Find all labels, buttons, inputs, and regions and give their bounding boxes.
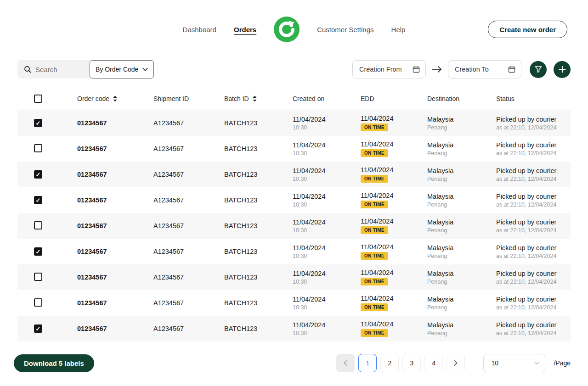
pagination-page-3[interactable]: 3: [402, 354, 421, 372]
status-timestamp: as at 22:10, 12/04/2024: [496, 279, 566, 285]
created-date: 11/04/2024: [293, 141, 356, 149]
column-label: Created on: [293, 95, 324, 102]
select-all-checkbox[interactable]: [34, 95, 42, 103]
shipment-id-value: A1234567: [153, 248, 184, 255]
destination-city: Penang: [427, 253, 492, 259]
column-header-batch-id[interactable]: Batch ID: [224, 95, 293, 102]
shipment-id-value: A1234567: [153, 274, 184, 281]
edd-date: 11/04/2024: [361, 115, 423, 122]
created-time: 10:30: [293, 150, 356, 157]
on-time-badge: ON TIME: [361, 226, 388, 234]
row-checkbox[interactable]: [34, 221, 42, 229]
top-navigation: Dashboard Orders Customer Settings Help …: [0, 17, 588, 42]
filter-button[interactable]: [530, 61, 547, 78]
status-timestamp: as at 22:10, 12/04/2024: [496, 176, 566, 182]
row-checkbox[interactable]: [34, 119, 42, 127]
batch-id-value: BATCH123: [224, 119, 257, 127]
column-header-order-code[interactable]: Order code: [77, 95, 153, 102]
pagination-page-4[interactable]: 4: [424, 354, 443, 372]
brand-logo-icon[interactable]: [274, 17, 300, 42]
table-row[interactable]: 01234567A1234567BATCH12311/04/202410:301…: [17, 316, 571, 341]
row-checkbox[interactable]: [34, 170, 42, 179]
row-checkbox[interactable]: [34, 273, 42, 281]
pagination-page-2[interactable]: 2: [380, 354, 399, 372]
calendar-icon: [413, 66, 420, 73]
chevron-right-icon: [454, 360, 458, 366]
nav-customer-settings[interactable]: Customer Settings: [317, 26, 373, 34]
search-group: By Order Code: [17, 60, 154, 78]
creation-from-datepicker[interactable]: Creation From: [352, 60, 426, 78]
orders-table: Order code Shipment ID Batch ID Created …: [17, 87, 571, 341]
edd-date: 11/04/2024: [361, 295, 423, 302]
status-timestamp: as at 22:10, 12/04/2024: [496, 253, 566, 259]
status-text: Picked up by courier: [496, 296, 566, 303]
column-label: Shipment ID: [153, 95, 189, 102]
order-code-value: 01234567: [77, 299, 107, 307]
on-time-badge: ON TIME: [361, 201, 388, 208]
table-row[interactable]: 01234567A1234567BATCH12311/04/202410:301…: [17, 264, 571, 290]
column-label: EDD: [361, 95, 374, 102]
table-header-row: Order code Shipment ID Batch ID Created …: [17, 87, 571, 110]
sort-icon[interactable]: [252, 95, 257, 102]
status-timestamp: as at 22:10, 12/04/2024: [496, 227, 566, 234]
table-row[interactable]: 01234567A1234567BATCH12311/04/202410:301…: [17, 187, 571, 213]
nav-orders[interactable]: Orders: [234, 26, 256, 34]
created-time: 10:30: [293, 201, 356, 208]
sort-icon[interactable]: [113, 95, 118, 102]
nav-dashboard[interactable]: Dashboard: [183, 26, 216, 34]
destination-city: Penang: [427, 201, 492, 208]
destination-country: Malaysia: [427, 218, 492, 226]
creation-to-datepicker[interactable]: Creation To: [448, 60, 521, 78]
column-label: Destination: [427, 95, 459, 102]
page-size-select[interactable]: 10: [483, 354, 545, 372]
create-new-order-button[interactable]: Create new order: [488, 21, 567, 38]
destination-country: Malaysia: [427, 296, 492, 303]
search-filter-dropdown[interactable]: By Order Code: [90, 60, 154, 78]
batch-id-value: BATCH123: [224, 325, 257, 332]
destination-country: Malaysia: [427, 244, 492, 252]
table-row[interactable]: 01234567A1234567BATCH12311/04/202410:301…: [17, 239, 571, 264]
row-checkbox[interactable]: [34, 298, 42, 307]
status-text: Picked up by courier: [496, 218, 566, 226]
destination-country: Malaysia: [427, 270, 492, 277]
destination-country: Malaysia: [427, 116, 492, 123]
row-checkbox[interactable]: [34, 196, 42, 204]
status-text: Picked up by courier: [496, 116, 566, 123]
created-time: 10:30: [293, 279, 356, 285]
status-timestamp: as at 22:10, 12/04/2024: [496, 201, 566, 208]
pagination-page-1[interactable]: 1: [358, 354, 377, 372]
status-text: Picked up by courier: [496, 193, 566, 200]
batch-id-value: BATCH123: [224, 248, 257, 255]
download-labels-button[interactable]: Download 5 labels: [14, 354, 94, 372]
footer-bar: Download 5 labels 1 2 3 4 10 /Page: [14, 354, 571, 372]
on-time-badge: ON TIME: [361, 123, 388, 131]
created-date: 11/04/2024: [293, 116, 356, 123]
created-time: 10:30: [293, 176, 356, 182]
pagination-next-button[interactable]: [447, 354, 465, 372]
order-code-value: 01234567: [77, 196, 107, 204]
table-row[interactable]: 01234567A1234567BATCH12311/04/202410:301…: [17, 136, 571, 162]
destination-city: Penang: [427, 124, 492, 131]
destination-city: Penang: [427, 304, 492, 311]
table-row[interactable]: 01234567A1234567BATCH12311/04/202410:301…: [17, 290, 571, 316]
table-row[interactable]: 01234567A1234567BATCH12311/04/202410:301…: [17, 162, 571, 187]
table-row[interactable]: 01234567A1234567BATCH12311/04/202410:301…: [17, 213, 571, 239]
row-checkbox[interactable]: [34, 324, 42, 333]
order-code-value: 01234567: [77, 145, 107, 152]
chevron-down-icon: [142, 67, 148, 71]
on-time-badge: ON TIME: [361, 149, 388, 157]
search-input[interactable]: [35, 66, 85, 73]
created-date: 11/04/2024: [293, 244, 356, 252]
pagination-prev-button[interactable]: [336, 354, 355, 372]
nav-help[interactable]: Help: [391, 26, 406, 34]
table-row[interactable]: 01234567A1234567BATCH12311/04/202410:301…: [17, 110, 571, 136]
row-checkbox[interactable]: [34, 144, 42, 152]
shipment-id-value: A1234567: [153, 299, 184, 307]
created-date: 11/04/2024: [293, 296, 356, 303]
row-checkbox[interactable]: [34, 247, 42, 256]
batch-id-value: BATCH123: [224, 222, 257, 229]
add-button[interactable]: [554, 61, 571, 78]
status-timestamp: as at 22:10, 12/04/2024: [496, 150, 566, 157]
on-time-badge: ON TIME: [361, 252, 388, 260]
on-time-badge: ON TIME: [361, 329, 388, 337]
